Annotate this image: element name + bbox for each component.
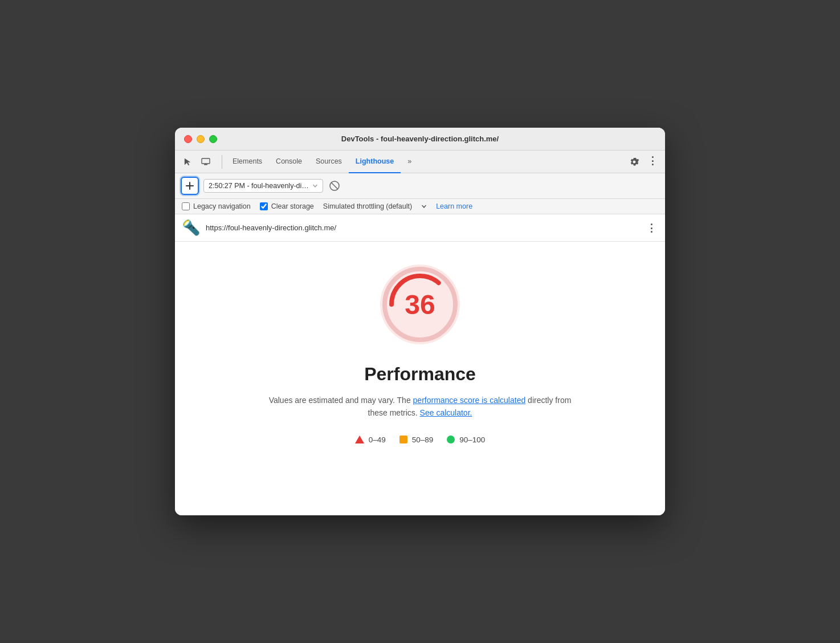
legend-orange-label: 50–89	[412, 436, 434, 444]
legend-item-green: 90–100	[447, 436, 485, 444]
lighthouse-favicon: 🔦	[182, 219, 200, 237]
tab-lighthouse[interactable]: Lighthouse	[349, 150, 401, 173]
devtools-window: DevTools - foul-heavenly-direction.glitc…	[175, 128, 665, 515]
new-audit-button[interactable]	[181, 177, 199, 195]
close-button[interactable]	[184, 135, 192, 143]
cursor-icon-button[interactable]	[180, 154, 195, 170]
score-legend: 0–49 50–89 90–100	[355, 436, 486, 444]
window-title: DevTools - foul-heavenly-direction.glitc…	[341, 135, 499, 143]
legend-item-red: 0–49	[355, 436, 386, 444]
svg-rect-0	[202, 158, 210, 164]
settings-button[interactable]	[626, 154, 642, 170]
performance-title: Performance	[364, 364, 476, 385]
svg-rect-1	[204, 164, 207, 165]
audit-url: https://foul-heavenly-direction.glitch.m…	[206, 223, 639, 232]
clear-audit-button[interactable]	[328, 179, 341, 193]
svg-line-6	[331, 182, 337, 189]
tab-icon-group	[180, 154, 214, 170]
more-options-button[interactable]: ⋮	[645, 154, 660, 170]
tab-sources[interactable]: Sources	[309, 150, 349, 173]
url-row: 🔦 https://foul-heavenly-direction.glitch…	[175, 214, 665, 242]
tab-more[interactable]: »	[401, 150, 418, 173]
throttling-label: Simulated throttling (default)	[323, 202, 412, 210]
tab-console[interactable]: Console	[269, 150, 309, 173]
tab-elements[interactable]: Elements	[226, 150, 269, 173]
calculator-link[interactable]: See calculator.	[420, 408, 472, 417]
tabs-divider	[222, 155, 222, 169]
clear-storage-input[interactable]	[260, 202, 268, 210]
performance-score: 36	[405, 289, 435, 320]
tabs-right-actions: ⋮	[626, 154, 660, 170]
toolbar-row: 2:50:27 PM - foul-heavenly-di…	[175, 173, 665, 199]
performance-gauge: 36	[374, 259, 466, 350]
tabs-bar: Elements Console Sources Lighthouse » ⋮	[175, 150, 665, 173]
legend-item-orange: 50–89	[399, 436, 434, 444]
legacy-navigation-checkbox[interactable]: Legacy navigation	[182, 202, 251, 210]
main-content: 36 Performance Values are estimated and …	[175, 242, 665, 515]
audit-timestamp: 2:50:27 PM - foul-heavenly-di…	[209, 182, 309, 190]
minimize-button[interactable]	[197, 135, 205, 143]
clear-storage-checkbox[interactable]: Clear storage	[260, 202, 314, 210]
legacy-nav-input[interactable]	[182, 202, 190, 210]
options-row: Legacy navigation Clear storage Simulate…	[175, 199, 665, 214]
throttling-dropdown[interactable]	[421, 204, 427, 209]
legend-green-label: 90–100	[459, 436, 485, 444]
perf-score-link[interactable]: performance score is calculated	[413, 396, 526, 405]
performance-description: Values are estimated and may vary. The p…	[260, 394, 580, 420]
device-toolbar-button[interactable]	[198, 154, 214, 170]
title-bar: DevTools - foul-heavenly-direction.glitc…	[175, 128, 665, 150]
maximize-button[interactable]	[209, 135, 217, 143]
audit-selector[interactable]: 2:50:27 PM - foul-heavenly-di…	[203, 179, 323, 193]
legend-orange-icon	[399, 436, 407, 443]
learn-more-link[interactable]: Learn more	[436, 202, 472, 210]
legend-red-icon	[355, 436, 364, 443]
traffic-lights	[184, 135, 217, 143]
url-more-button[interactable]: ⋮	[645, 221, 658, 235]
legend-red-label: 0–49	[369, 436, 386, 444]
legend-green-icon	[447, 436, 455, 443]
